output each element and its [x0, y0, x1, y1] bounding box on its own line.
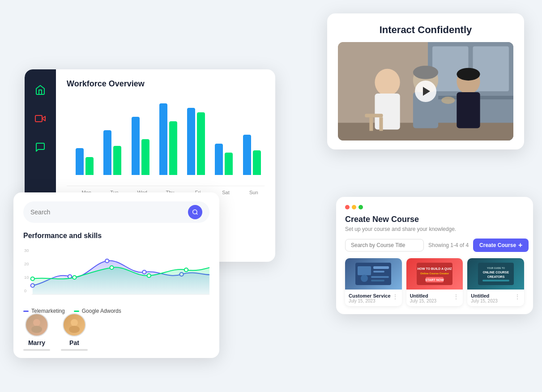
person-pat-bar [61, 349, 88, 351]
svg-rect-0 [35, 115, 42, 122]
svg-text:ONLINE COURSE: ONLINE COURSE [483, 271, 509, 274]
course-name-2: Untitled [471, 293, 498, 298]
person-pat-avatar [63, 313, 86, 337]
course-date-1: July 15, 2023 [410, 298, 437, 303]
svg-rect-43 [373, 271, 384, 273]
line-chart: 30 20 10 0 [23, 245, 209, 303]
course-card: Create New Course Set up your course and… [336, 197, 533, 314]
svg-text:20: 20 [24, 262, 29, 266]
video-thumbnail[interactable] [338, 42, 513, 141]
svg-rect-34 [457, 92, 480, 128]
svg-point-16 [184, 268, 188, 272]
performance-card: Performance and skills 30 20 10 0 [13, 192, 219, 358]
performance-title: Performance and skills [23, 232, 209, 240]
svg-text:START NOW: START NOW [425, 278, 444, 281]
course-name-0: Customer Service [349, 293, 391, 298]
course-more-2[interactable]: ⋮ [514, 293, 521, 300]
google-adwords-color [74, 311, 79, 312]
svg-point-15 [147, 274, 151, 277]
play-button[interactable] [415, 81, 436, 102]
course-item-0: Customer Service July 15, 2023 ⋮ [345, 258, 402, 306]
course-date-2: July 15, 2023 [471, 298, 498, 303]
svg-text:CREATORS: CREATORS [487, 275, 504, 278]
course-toolbar: Showing 1-4 of 4 Create Course + [345, 239, 524, 252]
svg-rect-29 [375, 94, 400, 129]
svg-rect-42 [373, 266, 389, 269]
svg-point-13 [73, 276, 76, 279]
bar-blue-fri [187, 108, 195, 175]
browser-dots [345, 205, 524, 209]
svg-point-19 [31, 326, 42, 333]
course-count: Showing 1-4 of 4 [428, 242, 469, 248]
search-bar [23, 201, 209, 223]
person-marry-avatar [25, 313, 48, 337]
svg-rect-37 [365, 114, 383, 117]
bar-group-thu [159, 103, 181, 175]
bar-group-sat [215, 144, 236, 175]
browser-dot-yellow [352, 205, 356, 209]
svg-point-1 [193, 210, 197, 214]
svg-text:Online Course Creator: Online Course Creator [420, 272, 449, 275]
svg-text:10: 10 [24, 275, 29, 280]
svg-point-14 [110, 266, 113, 269]
course-thumb-0 [345, 258, 402, 290]
people-row: Marry Pat [13, 313, 219, 351]
bar-blue-mon [76, 148, 84, 175]
svg-point-20 [71, 319, 78, 326]
svg-rect-41 [358, 266, 371, 275]
bar-label-sun: Sun [243, 190, 265, 195]
svg-point-9 [105, 259, 109, 263]
course-thumb-2: YOUR GUIDE TOONLINE COURSECREATORS [467, 258, 524, 290]
course-title: Create New Course [345, 215, 524, 224]
video-inner [338, 42, 513, 141]
bar-green-sun [253, 150, 261, 175]
create-course-label: Create Course [479, 242, 516, 248]
bar-blue-sun [243, 135, 251, 175]
course-search-input[interactable] [345, 239, 424, 251]
svg-point-44 [361, 275, 368, 282]
bar-blue-sat [215, 144, 223, 175]
course-item-2: YOUR GUIDE TOONLINE COURSECREATORS Untit… [467, 258, 524, 306]
bar-green-thu [169, 121, 177, 175]
bar-group-sun [243, 135, 265, 175]
browser-dot-red [345, 205, 350, 209]
svg-point-12 [31, 277, 34, 281]
svg-point-28 [375, 69, 400, 96]
course-more-0[interactable]: ⋮ [392, 293, 398, 300]
bar-green-fri [197, 112, 205, 175]
svg-rect-45 [371, 276, 389, 278]
course-info-2: Untitled July 15, 2023 ⋮ [467, 290, 524, 306]
bar-green-sat [225, 153, 233, 175]
svg-line-2 [196, 213, 198, 215]
workforce-title: Workforce Overview [67, 79, 265, 89]
course-info-0: Customer Service July 15, 2023 ⋮ [345, 290, 402, 306]
svg-text:YOUR GUIDE TO: YOUR GUIDE TO [487, 267, 505, 269]
browser-dot-green [358, 205, 363, 209]
bar-group-tue [103, 130, 125, 175]
svg-point-32 [413, 66, 438, 79]
svg-text:HOW TO BUILD A QUIZ: HOW TO BUILD A QUIZ [417, 267, 452, 271]
person-marry-name: Marry [28, 339, 45, 346]
bar-green-mon [85, 157, 94, 175]
svg-text:0: 0 [24, 289, 26, 293]
person-pat: Pat [61, 313, 88, 351]
svg-rect-39 [379, 117, 383, 131]
search-input[interactable] [30, 209, 184, 216]
svg-point-10 [142, 270, 146, 274]
course-item-1: HOW TO BUILD A QUIZOnline Course Creator… [406, 258, 463, 306]
svg-point-21 [69, 326, 80, 333]
sidebar-item-chat[interactable] [32, 139, 48, 155]
telemarketing-color [23, 311, 29, 312]
svg-point-36 [441, 97, 455, 104]
bar-blue-tue [103, 130, 111, 175]
bar-chart [67, 97, 265, 186]
sidebar-item-camera[interactable] [32, 111, 48, 127]
sidebar-item-home[interactable] [32, 82, 48, 98]
bar-green-wed [141, 139, 149, 175]
svg-text:30: 30 [24, 248, 29, 253]
bar-group-wed [132, 117, 153, 175]
bar-blue-wed [132, 117, 140, 175]
course-more-1[interactable]: ⋮ [453, 293, 459, 300]
search-button[interactable] [188, 205, 202, 219]
create-course-button[interactable]: Create Course + [473, 239, 529, 252]
